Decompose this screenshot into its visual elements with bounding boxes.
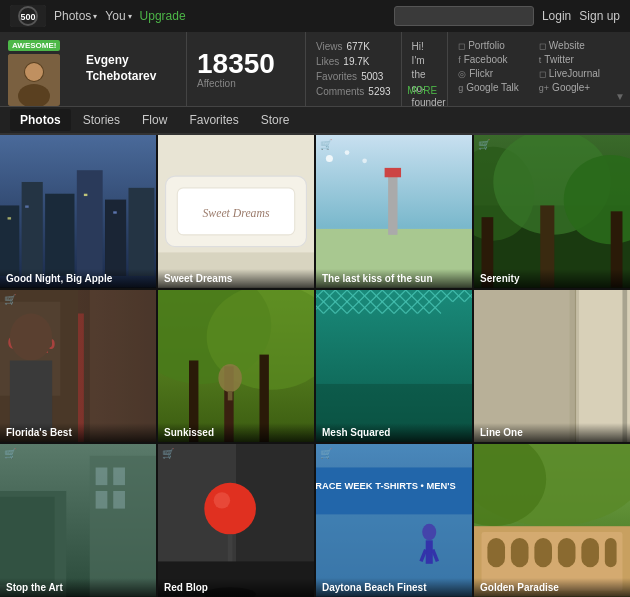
photo-title-1: Good Night, Big Apple xyxy=(0,269,156,288)
svg-rect-115 xyxy=(575,290,630,443)
photo-title-2: Sweet Dreams xyxy=(158,269,314,288)
profile-name-section: Evgeny Tchebotarev xyxy=(76,32,186,106)
tab-stories[interactable]: Stories xyxy=(73,109,130,131)
photo-title-9: Stop the Art xyxy=(0,578,156,597)
svg-rect-121 xyxy=(0,497,55,585)
cart-icon[interactable]: 🛒 xyxy=(320,139,332,150)
views-label: Views xyxy=(316,39,343,54)
cart-icon[interactable]: 🛒 xyxy=(478,139,490,150)
stat-views: Views 677K xyxy=(316,39,391,54)
svg-text:500: 500 xyxy=(20,12,35,22)
photo-cell-9[interactable]: 🛒 Stop the Art xyxy=(0,444,156,597)
svg-rect-123 xyxy=(96,468,108,486)
social-portfolio[interactable]: ◻ Portfolio xyxy=(458,40,519,51)
photo-title-12: Golden Paradise xyxy=(474,578,630,597)
cart-icon[interactable]: 🛒 xyxy=(4,294,16,305)
svg-rect-18 xyxy=(113,211,117,213)
svg-point-43 xyxy=(10,313,52,360)
nav-photos[interactable]: Photos ▾ xyxy=(54,9,97,23)
photo-cell-4[interactable]: 🛒 Serenity xyxy=(474,135,630,288)
svg-rect-54 xyxy=(228,391,233,400)
tab-store[interactable]: Store xyxy=(251,109,300,131)
logo[interactable]: 500 xyxy=(10,5,46,27)
avatar xyxy=(8,54,60,106)
photo-cell-11[interactable]: 🛒 & RACE WEEK T-SHIRTS • MEN'S Daytona B… xyxy=(316,444,472,597)
stat-likes: Likes 19.7K xyxy=(316,54,391,69)
svg-rect-150 xyxy=(558,538,576,567)
affection-label: Affection xyxy=(197,78,295,89)
portfolio-icon: ◻ xyxy=(458,41,465,51)
svg-rect-15 xyxy=(8,217,12,219)
social-links: ◻ Portfolio f Facebook ◎ Flickr g Google… xyxy=(448,32,610,106)
nav-upgrade[interactable]: Upgrade xyxy=(140,9,186,23)
bio-more-link[interactable]: MORE xyxy=(407,84,437,98)
stat-rows: Views 677K Likes 19.7K Favorites 5003 Co… xyxy=(306,32,402,106)
svg-rect-148 xyxy=(511,538,529,567)
svg-rect-124 xyxy=(113,468,125,486)
svg-rect-151 xyxy=(581,538,599,567)
photo-cell-10[interactable]: 🛒 Red Blop xyxy=(158,444,314,597)
social-facebook[interactable]: f Facebook xyxy=(458,54,519,65)
tab-flow[interactable]: Flow xyxy=(132,109,177,131)
affection-number: 18350 xyxy=(197,50,295,78)
svg-rect-12 xyxy=(105,200,126,276)
cart-icon[interactable]: 🛒 xyxy=(320,448,332,459)
views-value: 677K xyxy=(347,39,370,54)
svg-point-53 xyxy=(218,364,241,392)
cart-icon[interactable]: 🛒 xyxy=(162,448,174,459)
svg-rect-126 xyxy=(113,491,125,509)
svg-rect-139 xyxy=(426,541,433,564)
svg-text:Sweet Dreams: Sweet Dreams xyxy=(202,207,269,220)
photo-cell-3[interactable]: 🛒 The last kiss of the sun xyxy=(316,135,472,288)
svg-rect-152 xyxy=(605,538,617,567)
photo-cell-8[interactable]: Line One xyxy=(474,290,630,443)
header: 500 Photos ▾ You ▾ Upgrade Login Sign up xyxy=(0,0,630,32)
tab-favorites[interactable]: Favorites xyxy=(179,109,248,131)
social-livejournal[interactable]: ◻ LiveJournal xyxy=(539,68,600,79)
stat-favorites: Favorites 5003 xyxy=(316,69,391,84)
flickr-icon: ◎ xyxy=(458,69,466,79)
nav-you[interactable]: You ▾ xyxy=(105,9,131,23)
comments-value: 5293 xyxy=(368,84,390,99)
svg-point-138 xyxy=(422,524,436,540)
photo-title-7: Mesh Squared xyxy=(316,423,472,442)
photo-cell-2[interactable]: Sweet Dreams Sweet Dreams xyxy=(158,135,314,288)
comments-label: Comments xyxy=(316,84,364,99)
photo-cell-6[interactable]: Sunkissed xyxy=(158,290,314,443)
svg-rect-116 xyxy=(622,290,627,443)
social-google-talk-label: Google Talk xyxy=(466,82,519,93)
profile-name-line1: Evgeny xyxy=(86,53,176,69)
photo-title-6: Sunkissed xyxy=(158,423,314,442)
bio-section: Hi! I'm the co-founder of 500px. I love … xyxy=(402,32,449,106)
social-website[interactable]: ◻ Website xyxy=(539,40,600,51)
svg-rect-135 xyxy=(316,468,472,515)
avatar-wrapper: AWESOME! xyxy=(8,40,68,98)
social-google-plus[interactable]: g+ Google+ xyxy=(539,82,600,93)
svg-rect-16 xyxy=(25,205,29,207)
search-input[interactable] xyxy=(394,6,534,26)
photo-title-10: Red Blop xyxy=(158,578,314,597)
login-button[interactable]: Login xyxy=(542,9,571,23)
svg-point-130 xyxy=(214,492,230,508)
photos-arrow-icon: ▾ xyxy=(93,12,97,21)
social-col-1: ◻ Portfolio f Facebook ◎ Flickr g Google… xyxy=(458,40,519,93)
social-livejournal-label: LiveJournal xyxy=(549,68,600,79)
social-twitter[interactable]: t Twitter xyxy=(539,54,600,65)
photo-cell-5[interactable]: 🛒 Chop Florida's Best xyxy=(0,290,156,443)
svg-rect-147 xyxy=(487,538,505,567)
awesome-badge: AWESOME! xyxy=(8,40,60,51)
svg-rect-125 xyxy=(96,491,108,509)
cart-icon[interactable]: 🛒 xyxy=(4,448,16,459)
photo-cell-12[interactable]: Golden Paradise xyxy=(474,444,630,597)
svg-rect-46 xyxy=(90,290,156,443)
favorites-label: Favorites xyxy=(316,69,357,84)
photo-cell-7[interactable]: Mesh Squared xyxy=(316,290,472,443)
tab-photos[interactable]: Photos xyxy=(10,109,71,131)
social-google-talk[interactable]: g Google Talk xyxy=(458,82,519,93)
photo-cell-1[interactable]: Good Night, Big Apple xyxy=(0,135,156,288)
favorites-value: 5003 xyxy=(361,69,383,84)
signup-button[interactable]: Sign up xyxy=(579,9,620,23)
expand-profile-button[interactable]: ▼ xyxy=(610,32,630,106)
photo-title-4: Serenity xyxy=(474,269,630,288)
social-flickr[interactable]: ◎ Flickr xyxy=(458,68,519,79)
